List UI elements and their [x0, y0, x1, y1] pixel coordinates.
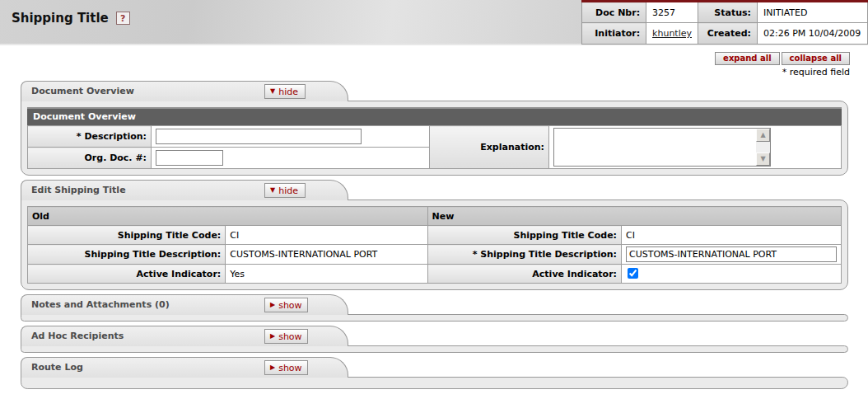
explanation-label: Explanation: — [430, 126, 549, 169]
panel-route-log — [21, 377, 848, 389]
status-label: Status: — [698, 2, 758, 23]
tab-adhoc-recipients: Ad Hoc Recipients ▶ show — [21, 326, 348, 346]
document-overview-hide-button[interactable]: ▼ hide — [264, 84, 306, 99]
expand-icon: ▶ — [270, 302, 275, 308]
expand-icon: ▶ — [270, 333, 275, 340]
new-description-label: * Shipping Title Description: — [427, 245, 621, 265]
initiator-label: Initiator: — [582, 23, 646, 45]
description-label: * Description: — [28, 126, 152, 148]
old-description-value: CUSTOMS-INTERNATIONAL PORT — [226, 245, 427, 265]
panel-notes-attachments — [21, 314, 848, 322]
section-document-overview: Document Overview ▼ hide Document Overvi… — [21, 81, 848, 176]
masthead: Shipping Title ? Doc Nbr: 3257 Status: I… — [0, 0, 868, 45]
panel-adhoc-recipients — [21, 345, 848, 353]
tab-row: Ad Hoc Recipients ▶ show — [21, 326, 848, 346]
expand-icon: ▶ — [270, 364, 275, 371]
document-title: Shipping Title — [12, 11, 109, 26]
tab-row: Route Log ▶ show — [21, 357, 848, 378]
scrollbar-down-icon[interactable]: ▼ — [756, 153, 770, 166]
section-route-log: Route Log ▶ show — [21, 357, 848, 389]
table-row: Shipping Title Code: CI Shipping Title C… — [28, 226, 842, 245]
notes-attachments-show-button[interactable]: ▶ show — [264, 298, 308, 312]
new-code-value: CI — [622, 226, 842, 245]
table-row: * Description: Explanation: ▲ ▼ — [28, 126, 842, 148]
tab-label: Ad Hoc Recipients — [31, 331, 124, 341]
inner-section-header: Document Overview — [27, 107, 842, 125]
old-new-table: Old New Shipping Title Code: CI Shipping… — [27, 206, 842, 284]
section-edit-shipping-title: Edit Shipping Title ▼ hide Old New Shipp… — [21, 180, 848, 290]
new-active-cell — [622, 265, 842, 284]
collapse-all-button[interactable]: collapse all — [782, 52, 850, 65]
description-input[interactable] — [156, 129, 362, 144]
tab-label: Document Overview — [31, 86, 134, 96]
tab-route-log: Route Log ▶ show — [21, 357, 348, 378]
adhoc-recipients-show-button[interactable]: ▶ show — [264, 329, 308, 344]
toggle-label: hide — [278, 87, 298, 97]
table-row: Initiator: khuntley Created: 02:26 PM 10… — [582, 23, 868, 45]
new-code-label: Shipping Title Code: — [427, 226, 621, 245]
doc-header-table: Doc Nbr: 3257 Status: INITIATED Initiato… — [581, 0, 868, 45]
doc-nbr-value: 3257 — [646, 2, 698, 23]
old-description-label: Shipping Title Description: — [28, 245, 226, 265]
collapse-icon: ▼ — [270, 187, 275, 194]
tab-label: Route Log — [31, 362, 83, 373]
tab-label: Notes and Attachments (0) — [31, 299, 170, 310]
document-overview-table: * Description: Explanation: ▲ ▼ — [27, 125, 842, 169]
tab-notes-attachments: Notes and Attachments (0) ▶ show — [21, 294, 348, 315]
old-code-value: CI — [226, 226, 427, 245]
toggle-label: show — [278, 331, 301, 342]
expand-collapse-controls: expand all collapse all — [0, 52, 850, 65]
old-active-label: Active Indicator: — [28, 265, 226, 284]
table-row: Doc Nbr: 3257 Status: INITIATED — [582, 2, 868, 23]
org-doc-input[interactable] — [156, 150, 223, 166]
tab-label: Edit Shipping Title — [31, 185, 126, 195]
textarea-scrollbar[interactable]: ▲ ▼ — [756, 129, 770, 166]
org-doc-label: Org. Doc. #: — [28, 148, 152, 169]
explanation-cell: ▲ ▼ — [549, 126, 842, 169]
created-value: 02:26 PM 10/04/2009 — [758, 23, 868, 45]
toggle-label: hide — [278, 185, 298, 196]
old-active-value: Yes — [226, 265, 427, 284]
page-title: Shipping Title ? — [12, 11, 130, 26]
tab-row: Edit Shipping Title ▼ hide — [21, 180, 848, 200]
toggle-label: show — [278, 363, 301, 373]
edit-shipping-title-hide-button[interactable]: ▼ hide — [264, 183, 306, 198]
doc-nbr-label: Doc Nbr: — [582, 2, 646, 23]
tab-document-overview: Document Overview ▼ hide — [21, 81, 348, 101]
table-row: Shipping Title Description: CUSTOMS-INTE… — [28, 245, 842, 265]
section-adhoc-recipients: Ad Hoc Recipients ▶ show — [21, 326, 848, 353]
status-value: INITIATED — [758, 2, 868, 23]
tab-edit-shipping-title: Edit Shipping Title ▼ hide — [21, 180, 348, 200]
tab-row: Notes and Attachments (0) ▶ show — [21, 294, 848, 315]
created-label: Created: — [698, 23, 758, 45]
expand-all-button[interactable]: expand all — [715, 52, 780, 65]
table-row: Active Indicator: Yes Active Indicator: — [28, 265, 842, 284]
explanation-textarea-frame: ▲ ▼ — [553, 128, 771, 167]
old-code-label: Shipping Title Code: — [28, 226, 226, 245]
panel-edit-shipping-title: Old New Shipping Title Code: CI Shipping… — [21, 200, 848, 290]
initiator-link[interactable]: khuntley — [652, 28, 692, 39]
active-indicator-checkbox[interactable] — [628, 268, 638, 279]
new-description-input[interactable] — [626, 246, 837, 262]
new-description-cell — [622, 245, 842, 265]
panel-document-overview: Document Overview * Description: Explana… — [21, 101, 848, 176]
required-field-note: * required field — [0, 67, 850, 77]
section-notes-attachments: Notes and Attachments (0) ▶ show — [21, 294, 848, 322]
scrollbar-up-icon[interactable]: ▲ — [756, 129, 770, 142]
initiator-cell: khuntley — [646, 23, 698, 45]
help-icon[interactable]: ? — [116, 12, 130, 25]
new-column-header: New — [427, 207, 841, 226]
explanation-textarea[interactable] — [554, 129, 756, 166]
table-row: Old New — [28, 207, 842, 226]
old-column-header: Old — [28, 207, 428, 226]
description-cell — [152, 126, 430, 148]
document-body: Document Overview ▼ hide Document Overvi… — [21, 81, 848, 389]
route-log-show-button[interactable]: ▶ show — [264, 360, 308, 375]
org-doc-cell — [152, 148, 430, 169]
toggle-label: show — [278, 300, 301, 311]
new-active-label: Active Indicator: — [427, 265, 621, 284]
collapse-icon: ▼ — [270, 88, 275, 95]
tab-row: Document Overview ▼ hide — [21, 81, 848, 101]
